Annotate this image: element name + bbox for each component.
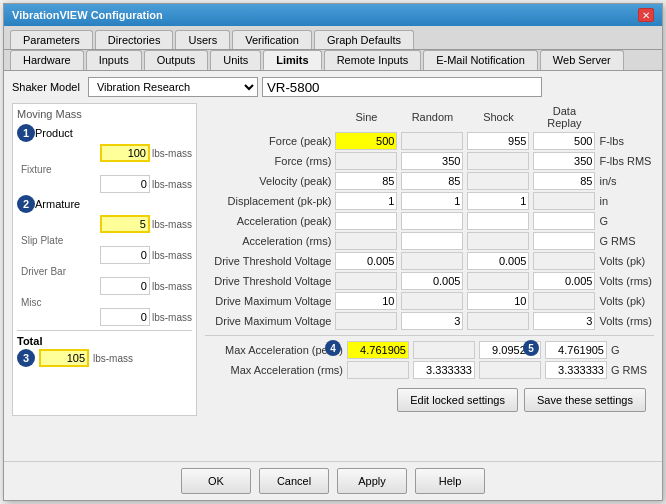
tab-users[interactable]: Users: [175, 30, 230, 49]
replay-accel-rms[interactable]: [533, 232, 595, 250]
total-label-row: Total: [17, 335, 192, 347]
random-max-accel-peak[interactable]: [413, 341, 475, 359]
shock-accel-rms[interactable]: [467, 232, 529, 250]
shock-force-peak[interactable]: [467, 132, 529, 150]
misc-input-group: lbs-mass: [100, 308, 192, 326]
sine-dmv-pk[interactable]: [335, 292, 397, 310]
table-row: Acceleration (peak) G: [205, 211, 654, 231]
unit-dmv-pk: Volts (pk): [597, 291, 654, 311]
table-row: Force (peak) F-lbs: [205, 131, 654, 151]
sine-disp[interactable]: [335, 192, 397, 210]
replay-dmv-rms[interactable]: [533, 312, 595, 330]
replay-force-peak[interactable]: [533, 132, 595, 150]
replay-dtv-rms[interactable]: [533, 272, 595, 290]
ok-button[interactable]: OK: [181, 468, 251, 494]
sine-accel-peak[interactable]: [335, 212, 397, 230]
replay-force-rms[interactable]: [533, 152, 595, 170]
close-button[interactable]: ✕: [638, 8, 654, 22]
badge-2: 2: [17, 195, 35, 213]
shock-disp[interactable]: [467, 192, 529, 210]
replay-dmv-pk[interactable]: [533, 292, 595, 310]
save-settings-button[interactable]: Save these settings: [524, 388, 646, 412]
tab-verification[interactable]: Verification: [232, 30, 312, 49]
shock-force-rms[interactable]: [467, 152, 529, 170]
random-force-peak[interactable]: [401, 132, 463, 150]
tab-outputs[interactable]: Outputs: [144, 50, 209, 70]
shaker-model-label: Shaker Model: [12, 81, 80, 93]
unit-velocity: in/s: [597, 171, 654, 191]
random-dmv-rms[interactable]: [401, 312, 463, 330]
shock-accel-peak[interactable]: [467, 212, 529, 230]
random-velocity[interactable]: [401, 172, 463, 190]
random-max-accel-rms[interactable]: [413, 361, 475, 379]
slip-plate-input-row: lbs-mass: [17, 246, 192, 264]
total-input[interactable]: [39, 349, 89, 367]
random-accel-peak[interactable]: [401, 212, 463, 230]
param-name-accel-peak: Acceleration (peak): [205, 211, 333, 231]
tab-inputs[interactable]: Inputs: [86, 50, 142, 70]
table-row: Drive Maximum Voltage Volts (pk): [205, 291, 654, 311]
help-button[interactable]: Help: [415, 468, 485, 494]
col-header-shock: Shock: [465, 103, 531, 131]
sine-force-peak[interactable]: [335, 132, 397, 150]
sine-dtv-rms[interactable]: [335, 272, 397, 290]
sine-max-accel-rms[interactable]: [347, 361, 409, 379]
tab-limits[interactable]: Limits: [263, 50, 321, 70]
shaker-brand-select[interactable]: Vibration Research: [88, 77, 258, 97]
shock-dmv-rms[interactable]: [467, 312, 529, 330]
sine-accel-rms[interactable]: [335, 232, 397, 250]
tab-email-notification[interactable]: E-Mail Notification: [423, 50, 538, 70]
random-accel-rms[interactable]: [401, 232, 463, 250]
random-force-rms[interactable]: [401, 152, 463, 170]
product-input-group: lbs-mass: [100, 144, 192, 162]
tab-remote-inputs[interactable]: Remote Inputs: [324, 50, 422, 70]
moving-mass-title: Moving Mass: [17, 108, 192, 120]
tab-web-server[interactable]: Web Server: [540, 50, 624, 70]
replay-disp[interactable]: [533, 192, 595, 210]
sine-force-rms[interactable]: [335, 152, 397, 170]
shock-max-accel-rms[interactable]: [479, 361, 541, 379]
sine-dtv-pk[interactable]: [335, 252, 397, 270]
tab-directories[interactable]: Directories: [95, 30, 174, 49]
random-disp[interactable]: [401, 192, 463, 210]
random-dtv-rms[interactable]: [401, 272, 463, 290]
driver-bar-input-group: lbs-mass: [100, 277, 192, 295]
title-bar: VibrationVIEW Configuration ✕: [4, 4, 662, 26]
product-input[interactable]: [100, 144, 150, 162]
armature-input[interactable]: [100, 215, 150, 233]
sine-velocity[interactable]: [335, 172, 397, 190]
random-dmv-pk[interactable]: [401, 292, 463, 310]
edit-locked-button[interactable]: Edit locked settings: [397, 388, 518, 412]
apply-button[interactable]: Apply: [337, 468, 407, 494]
sine-max-accel-peak[interactable]: [347, 341, 409, 359]
replay-velocity[interactable]: [533, 172, 595, 190]
random-dtv-pk[interactable]: [401, 252, 463, 270]
tab-parameters[interactable]: Parameters: [10, 30, 93, 49]
col-header-name: [205, 103, 333, 131]
misc-input[interactable]: [100, 308, 150, 326]
main-window: VibrationVIEW Configuration ✕ Parameters…: [3, 3, 663, 501]
replay-max-accel-rms[interactable]: [545, 361, 607, 379]
table-row: Acceleration (rms) G RMS: [205, 231, 654, 251]
driver-bar-input[interactable]: [100, 277, 150, 295]
replay-max-accel-peak[interactable]: [545, 341, 607, 359]
slip-plate-input[interactable]: [100, 246, 150, 264]
slip-plate-unit: lbs-mass: [152, 250, 192, 261]
tab-row-1: Parameters Directories Users Verificatio…: [4, 26, 662, 50]
replay-accel-peak[interactable]: [533, 212, 595, 230]
table-row: Velocity (peak) in/s: [205, 171, 654, 191]
replay-dtv-pk[interactable]: [533, 252, 595, 270]
sine-dmv-rms[interactable]: [335, 312, 397, 330]
shock-dmv-pk[interactable]: [467, 292, 529, 310]
tab-hardware[interactable]: Hardware: [10, 50, 84, 70]
unit-force-peak: F-lbs: [597, 131, 654, 151]
tab-graph-defaults[interactable]: Graph Defaults: [314, 30, 414, 49]
table-row: Displacement (pk-pk) in: [205, 191, 654, 211]
shaker-model-input[interactable]: [262, 77, 542, 97]
fixture-input[interactable]: [100, 175, 150, 193]
shock-velocity[interactable]: [467, 172, 529, 190]
cancel-button[interactable]: Cancel: [259, 468, 329, 494]
tab-units[interactable]: Units: [210, 50, 261, 70]
shock-dtv-pk[interactable]: [467, 252, 529, 270]
shock-dtv-rms[interactable]: [467, 272, 529, 290]
